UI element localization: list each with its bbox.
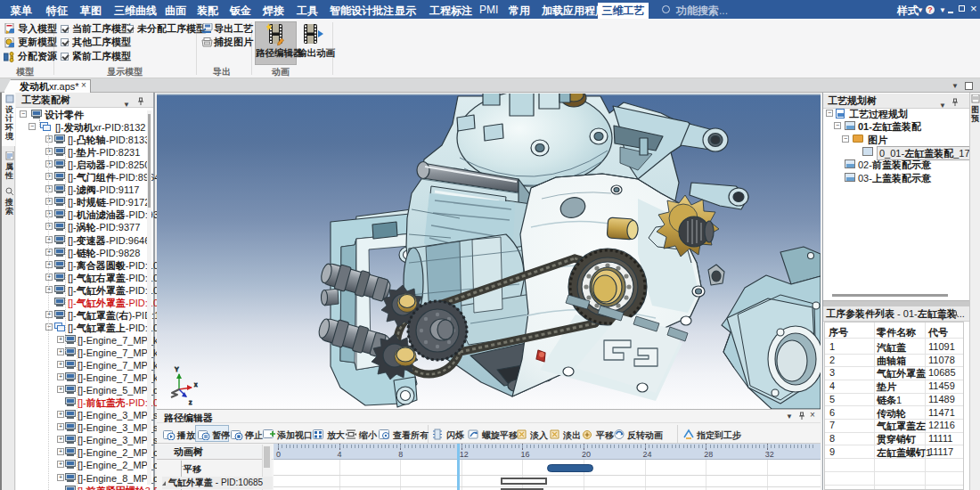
svg-text:Y: Y [175, 366, 179, 372]
svg-text:x: x [194, 381, 198, 388]
svg-text:z: z [189, 399, 192, 405]
